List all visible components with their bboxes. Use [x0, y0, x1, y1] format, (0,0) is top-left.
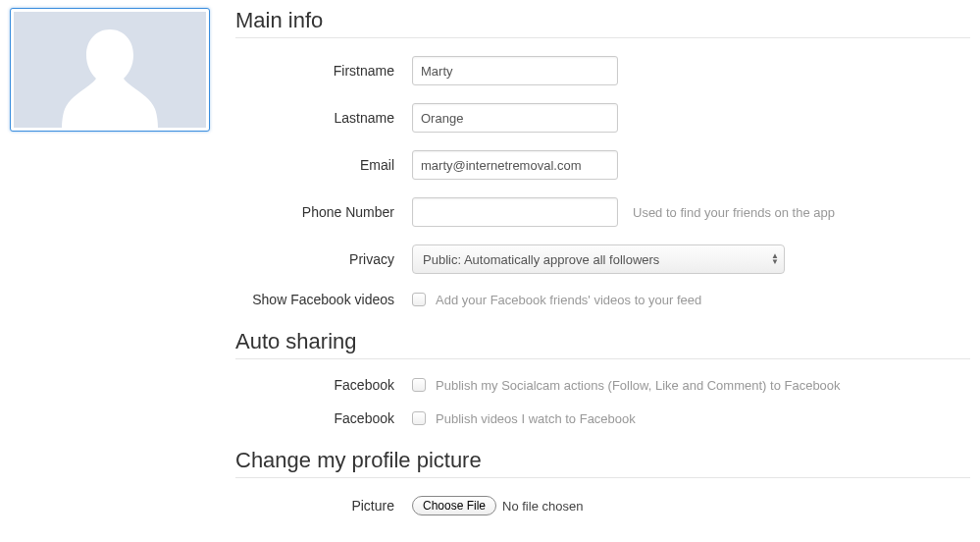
facebook2-label: Facebook [235, 410, 412, 426]
facebook1-label: Facebook [235, 377, 412, 393]
section-auto-sharing: Auto sharing [235, 329, 970, 359]
choose-file-button[interactable]: Choose File [412, 496, 496, 515]
phone-input[interactable] [412, 197, 618, 227]
facebook2-checkbox[interactable] [412, 411, 426, 425]
show-fb-videos-checkbox[interactable] [412, 293, 426, 306]
avatar[interactable] [10, 8, 210, 132]
file-status: No file chosen [502, 499, 583, 514]
firstname-input[interactable] [412, 56, 618, 85]
email-input[interactable] [412, 150, 618, 180]
section-change-picture: Change my profile picture [235, 448, 970, 478]
select-arrows-icon: ▲▼ [771, 253, 779, 265]
lastname-input[interactable] [412, 103, 618, 133]
avatar-placeholder-icon [14, 12, 206, 128]
show-fb-videos-desc: Add your Facebook friends' videos to you… [436, 293, 701, 307]
phone-hint: Used to find your friends on the app [633, 205, 835, 220]
privacy-label: Privacy [235, 251, 412, 267]
picture-label: Picture [235, 498, 412, 514]
privacy-select-value: Public: Automatically approve all follow… [423, 252, 659, 267]
email-label: Email [235, 157, 412, 173]
firstname-label: Firstname [235, 63, 412, 79]
phone-label: Phone Number [235, 204, 412, 220]
facebook1-desc: Publish my Socialcam actions (Follow, Li… [436, 378, 841, 393]
show-fb-videos-label: Show Facebook videos [235, 292, 412, 307]
privacy-select[interactable]: Public: Automatically approve all follow… [412, 244, 785, 274]
facebook1-checkbox[interactable] [412, 378, 426, 392]
facebook2-desc: Publish videos I watch to Facebook [436, 411, 636, 426]
lastname-label: Lastname [235, 110, 412, 126]
section-main-info: Main info [235, 8, 970, 38]
